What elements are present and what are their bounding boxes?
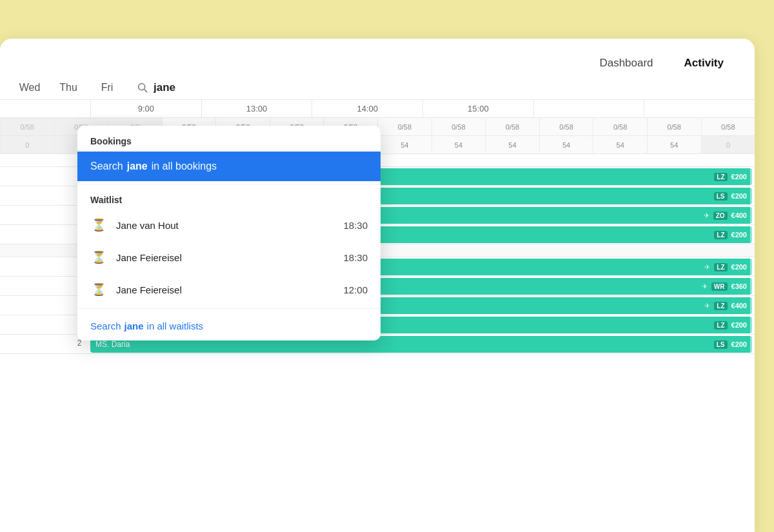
toolbar: Wed Thu Fri bbox=[0, 76, 755, 100]
day-fri: Fri bbox=[88, 82, 126, 94]
cap-cell: 0/58 bbox=[485, 118, 539, 135]
cap-cell: 0/58 bbox=[647, 118, 701, 135]
evt-badge: LZ bbox=[714, 302, 727, 310]
evt-badge: LZ bbox=[714, 263, 727, 271]
search-wrapper bbox=[137, 81, 231, 94]
num-cell: 54 bbox=[647, 136, 701, 153]
search-wl-suffix: in all waitlists bbox=[147, 320, 204, 331]
search-all-prefix: Search bbox=[90, 161, 123, 172]
waitlist-name-2: Jane Feiereisel bbox=[116, 284, 334, 295]
hour-900: 9:00 bbox=[90, 100, 201, 117]
plane-icon: ✈ bbox=[704, 263, 710, 271]
divider-2 bbox=[77, 308, 381, 309]
day-wed: Wed bbox=[10, 82, 49, 94]
hour-1300: 13:00 bbox=[201, 100, 312, 117]
num-cell: 54 bbox=[432, 136, 486, 153]
hourglass-icon-1: ⏳ bbox=[90, 249, 107, 266]
hour-extra2 bbox=[644, 100, 755, 117]
svg-point-0 bbox=[139, 84, 145, 90]
cap-cell: 0/58 bbox=[539, 118, 593, 135]
evt-badge: LS bbox=[714, 192, 728, 201]
cap-cell: 0/58 bbox=[0, 118, 54, 135]
hour-1400: 14:00 bbox=[312, 100, 422, 117]
search-term-wl: jane bbox=[124, 320, 144, 331]
evt-price: €400 bbox=[731, 212, 747, 219]
evt-price: €400 bbox=[731, 302, 747, 310]
waitlist-item-1[interactable]: ⏳ Jane Feiereisel 18:30 bbox=[77, 241, 381, 273]
bookings-section-label: Bookings bbox=[77, 126, 381, 152]
evt-badge: WR bbox=[711, 282, 728, 291]
waitlist-name-1: Jane Feiereisel bbox=[116, 252, 334, 263]
waitlist-time-2: 12:00 bbox=[343, 284, 368, 295]
search-wl-prefix: Search bbox=[90, 320, 121, 331]
num-cell: 54 bbox=[593, 136, 647, 153]
evt-badge: LZ bbox=[714, 173, 727, 181]
evt-badge: LZ bbox=[714, 321, 727, 330]
top-nav: Dashboard Activity bbox=[0, 39, 755, 76]
cap-cell: 0/58 bbox=[593, 118, 647, 135]
main-card: Dashboard Activity Wed Thu Fri 9:00 13:0… bbox=[0, 39, 755, 532]
nav-activity[interactable]: Activity bbox=[684, 57, 724, 70]
divider bbox=[77, 184, 381, 184]
evt-badge: LS bbox=[714, 340, 728, 349]
evt-price: €200 bbox=[731, 321, 747, 329]
search-term-bookings: jane bbox=[127, 161, 148, 172]
waitlist-item-2[interactable]: ⏳ Jane Feiereisel 12:00 bbox=[77, 273, 381, 306]
search-all-waitlists-button[interactable]: Search jane in all waitlists bbox=[77, 311, 381, 340]
search-input[interactable] bbox=[154, 81, 231, 94]
num-cell: 54 bbox=[377, 136, 432, 153]
search-dropdown: Bookings Search jane in all bookings Wai… bbox=[77, 126, 381, 340]
num-cell: 0 bbox=[0, 136, 54, 153]
search-all-bookings-button[interactable]: Search jane in all bookings bbox=[77, 152, 381, 181]
waitlist-item-0[interactable]: ⏳ Jane van Hout 18:30 bbox=[77, 209, 381, 241]
num-cell: 54 bbox=[539, 136, 593, 153]
evt-price: €200 bbox=[731, 340, 747, 348]
search-icon bbox=[137, 82, 148, 94]
num-cell: 54 bbox=[485, 136, 539, 153]
plane-icon: ✈ bbox=[702, 282, 708, 291]
evt-badge: ZO bbox=[713, 212, 728, 220]
cap-cell: 0/58 bbox=[701, 118, 755, 135]
evt-price: €200 bbox=[731, 192, 747, 200]
waitlist-time-1: 18:30 bbox=[343, 252, 368, 263]
evt-name: MS. Daria bbox=[95, 340, 710, 349]
evt-price: €200 bbox=[731, 263, 747, 271]
hour-1500: 15:00 bbox=[422, 100, 533, 117]
cap-cell: 0/58 bbox=[377, 118, 432, 135]
evt-price: €200 bbox=[731, 231, 747, 239]
hourglass-icon-0: ⏳ bbox=[90, 217, 107, 233]
evt-price: €200 bbox=[731, 173, 747, 181]
svg-line-1 bbox=[144, 90, 148, 93]
num-cell: 0 bbox=[701, 136, 755, 153]
day-thu: Thu bbox=[49, 82, 88, 94]
hour-extra1 bbox=[533, 100, 644, 117]
nav-dashboard[interactable]: Dashboard bbox=[599, 57, 653, 70]
search-all-suffix: in all bookings bbox=[152, 161, 217, 172]
waitlist-name-0: Jane van Hout bbox=[116, 220, 334, 231]
evt-price: €360 bbox=[731, 282, 747, 290]
waitlist-time-0: 18:30 bbox=[343, 220, 368, 231]
timeline-header: 9:00 13:00 14:00 15:00 bbox=[0, 100, 755, 118]
plane-icon: ✈ bbox=[704, 302, 710, 310]
plane-icon: ✈ bbox=[704, 212, 710, 220]
cap-cell: 0/58 bbox=[432, 118, 486, 135]
evt-badge: LZ bbox=[714, 231, 727, 239]
waitlist-section-label: Waitlist bbox=[77, 187, 381, 209]
hourglass-icon-2: ⏳ bbox=[90, 281, 107, 298]
